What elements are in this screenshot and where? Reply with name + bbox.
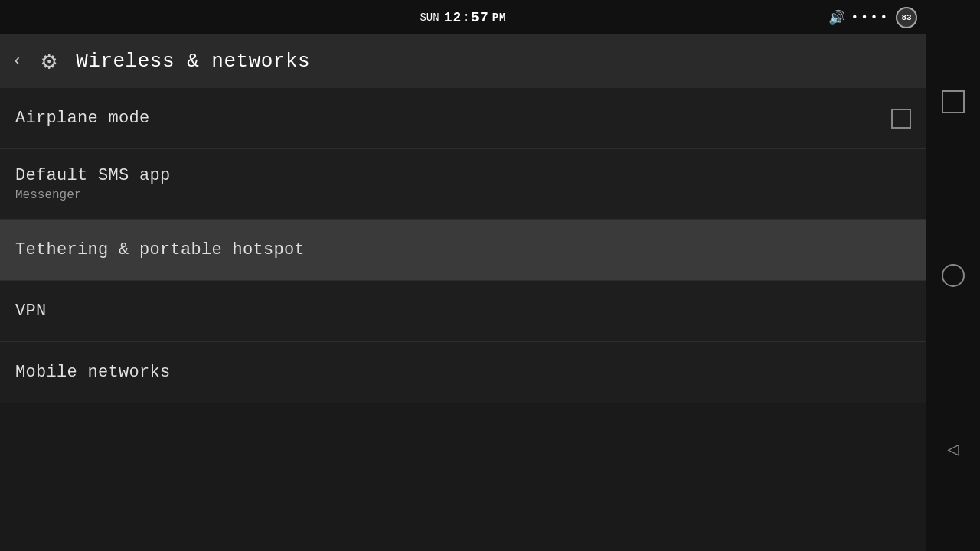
- battery-badge: 83: [896, 7, 917, 28]
- nav-circle-button[interactable]: [936, 259, 970, 292]
- tethering-label-group: Tethering & portable hotspot: [15, 240, 305, 259]
- page-title: Wireless & networks: [76, 50, 310, 73]
- gear-icon: ⚙: [42, 46, 57, 77]
- nav-square-button[interactable]: [936, 85, 970, 119]
- tethering-item[interactable]: Tethering & portable hotspot: [0, 220, 926, 281]
- mobile-networks-label-group: Mobile networks: [15, 363, 171, 382]
- airplane-mode-checkbox[interactable]: [891, 109, 911, 129]
- square-icon: [942, 90, 965, 113]
- header-bar: ‹ ⚙ Wireless & networks: [0, 34, 926, 88]
- status-period: PM: [492, 11, 507, 24]
- airplane-mode-label-group: Airplane mode: [15, 109, 150, 128]
- status-day: SUN: [420, 11, 439, 24]
- signal-dots-icon: ••••: [851, 11, 890, 24]
- tethering-title: Tethering & portable hotspot: [15, 240, 305, 259]
- volume-icon: 🔊: [828, 9, 845, 26]
- default-sms-title: Default SMS app: [15, 166, 171, 185]
- back-triangle-icon: ◁: [947, 437, 959, 461]
- nav-back-button[interactable]: ◁: [936, 432, 970, 466]
- default-sms-label-group: Default SMS app Messenger: [15, 166, 171, 202]
- settings-list: Airplane mode Default SMS app Messenger …: [0, 88, 926, 403]
- status-bar: SUN 12:57 PM 🔊 •••• 83: [0, 0, 926, 34]
- default-sms-app-item[interactable]: Default SMS app Messenger: [0, 149, 926, 220]
- mobile-networks-item[interactable]: Mobile networks: [0, 342, 926, 403]
- vpn-title: VPN: [15, 302, 47, 321]
- right-nav-bar: ◁: [926, 0, 980, 551]
- airplane-mode-item[interactable]: Airplane mode: [0, 88, 926, 149]
- vpn-label-group: VPN: [15, 302, 47, 321]
- settings-icon-container: ⚙: [33, 45, 65, 77]
- back-button[interactable]: ‹: [12, 52, 22, 71]
- circle-icon: [942, 264, 965, 287]
- vpn-item[interactable]: VPN: [0, 281, 926, 342]
- status-time: 12:57: [444, 10, 489, 25]
- status-bar-right: 🔊 •••• 83: [828, 7, 917, 28]
- mobile-networks-title: Mobile networks: [15, 363, 171, 382]
- airplane-mode-title: Airplane mode: [15, 109, 150, 128]
- default-sms-subtitle: Messenger: [15, 188, 171, 202]
